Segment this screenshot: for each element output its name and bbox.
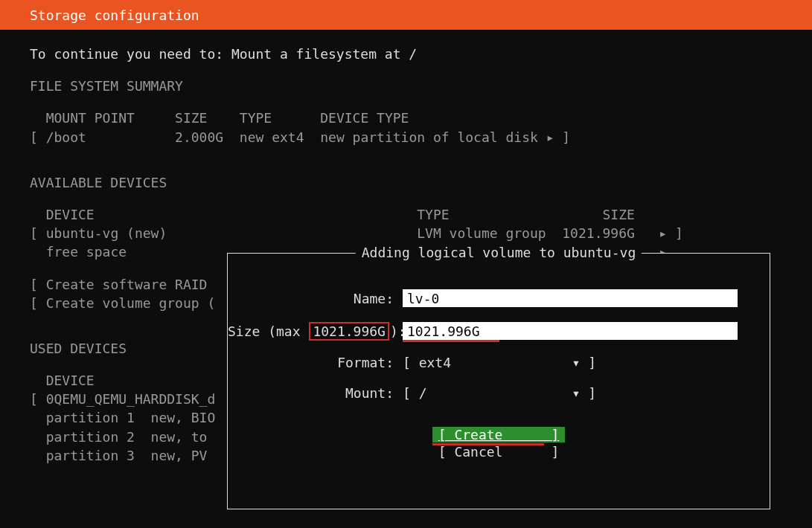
create-vg-label: Create volume group ( — [46, 295, 216, 311]
mount-value: / — [419, 385, 427, 401]
create-button[interactable]: [ Create ] — [432, 427, 566, 442]
format-label: Format: — [228, 355, 403, 370]
avail-type-0: LVM volume group — [417, 225, 546, 241]
avail-columns: DEVICE TYPE SIZE — [30, 205, 782, 224]
col-size: SIZE — [175, 110, 207, 126]
chevron-right-icon: ▸ — [546, 129, 554, 145]
size-row: Size (max 1021.996G): — [228, 322, 770, 340]
fs-columns: MOUNT POINT SIZE TYPE DEVICE TYPE — [30, 109, 782, 127]
used-device-0: 0QEMU_QEMU_HARDDISK_d — [46, 391, 216, 407]
name-row: Name: — [228, 289, 770, 307]
chevron-down-icon: ▾ — [572, 355, 581, 370]
format-select[interactable]: [ ext4 ▾ ] — [403, 355, 596, 370]
available-header: AVAILABLE DEVICES — [30, 173, 782, 192]
create-underline-annotation — [432, 443, 544, 445]
fs-mount: /boot — [46, 129, 86, 145]
fs-type: new ext4 — [240, 129, 304, 145]
fs-size: 2.000G — [175, 129, 223, 145]
col-device: DEVICE — [46, 207, 95, 222]
mount-row: Mount: [ / ▾ ] — [228, 385, 770, 401]
size-label: Size (max 1021.996G): — [228, 323, 403, 339]
avail-row-0[interactable]: [ ubuntu-vg (new) LVM volume group 1021.… — [30, 224, 782, 242]
size-input[interactable] — [403, 322, 738, 340]
cancel-button[interactable]: [ Cancel ] — [438, 444, 560, 460]
dialog-buttons: [ Create ] [ Cancel ] — [228, 427, 770, 460]
col-size2: SIZE — [602, 207, 634, 222]
fs-row[interactable]: [ /boot 2.000G new ext4 new partition of… — [30, 128, 782, 147]
mount-label: Mount: — [228, 385, 403, 401]
create-raid-label: Create software RAID — [46, 277, 208, 292]
chevron-right-icon: ▸ — [659, 225, 667, 241]
add-lv-dialog: Adding logical volume to ubuntu-vg Name:… — [227, 253, 770, 509]
avail-device-1: free space — [46, 244, 127, 260]
used-device-1: partition 1 new, BIO — [46, 410, 216, 425]
name-input[interactable] — [403, 289, 738, 307]
avail-size-0: 1021.996G — [562, 225, 635, 241]
used-device-3: partition 3 new, PV — [46, 448, 208, 463]
title-bar: Storage configuration — [0, 0, 812, 30]
col-type: TYPE — [240, 110, 272, 126]
col-device3: DEVICE — [46, 373, 95, 388]
format-row: Format: [ ext4 ▾ ] — [228, 355, 770, 370]
page-title: Storage configuration — [30, 7, 199, 23]
col-type2: TYPE — [417, 207, 449, 222]
col-mount: MOUNT POINT — [46, 110, 135, 126]
fs-summary-header: FILE SYSTEM SUMMARY — [30, 77, 782, 95]
used-device-2: partition 2 new, to — [46, 429, 208, 445]
size-underline-annotation — [403, 340, 499, 342]
format-value: ext4 — [419, 355, 451, 370]
mount-select[interactable]: [ / ▾ ] — [403, 385, 596, 401]
instruction-text: To continue you need to: Mount a filesys… — [30, 45, 782, 63]
fs-devtype: new partition of local disk — [320, 129, 538, 145]
chevron-down-icon: ▾ — [572, 385, 581, 401]
name-label: Name: — [228, 291, 403, 306]
dialog-title: Adding logical volume to ubuntu-vg — [356, 245, 642, 260]
avail-device-0: ubuntu-vg (new) — [46, 225, 167, 241]
col-devtype: DEVICE TYPE — [320, 110, 409, 126]
size-max-highlight: 1021.996G — [309, 322, 389, 341]
